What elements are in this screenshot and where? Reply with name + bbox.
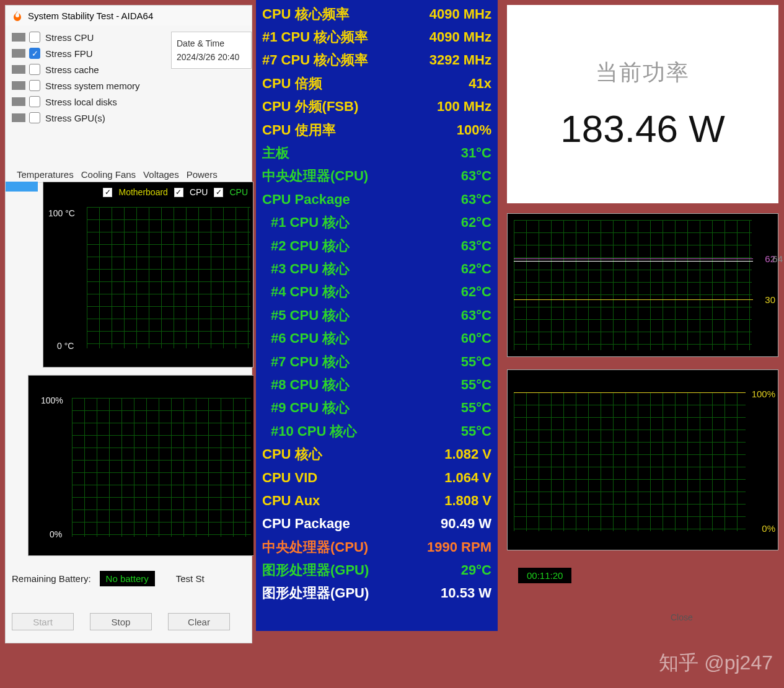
close-button[interactable]: Close bbox=[671, 612, 693, 622]
osd-value: 55°C bbox=[461, 423, 491, 439]
osd-label: #1 CPU 核心 bbox=[262, 213, 350, 232]
osd-label: 主板 bbox=[262, 144, 289, 162]
osd-row-0: CPU 核心频率4090 MHz bbox=[262, 2, 491, 25]
start-button[interactable]: Start bbox=[12, 613, 74, 630]
osd-row-3: CPU 倍频41x bbox=[262, 72, 491, 95]
osd-panel: CPU 核心频率4090 MHz#1 CPU 核心频率4090 MHz#7 CP… bbox=[253, 0, 500, 631]
osd-row-17: #9 CPU 核心55°C bbox=[262, 397, 491, 420]
stress-option-4[interactable]: Stress local disks bbox=[12, 96, 248, 107]
osd-row-8: CPU Package63°C bbox=[262, 188, 491, 211]
device-icon bbox=[12, 33, 25, 42]
osd-value: 41x bbox=[469, 76, 491, 92]
osd-row-22: CPU Package90.49 W bbox=[262, 513, 491, 536]
osd-value: 55°C bbox=[461, 354, 491, 370]
graph3-val1b: 64 bbox=[772, 254, 783, 264]
power-title: 当前功率 bbox=[596, 58, 690, 88]
checkbox-icon[interactable] bbox=[29, 80, 40, 91]
osd-row-16: #8 CPU 核心55°C bbox=[262, 373, 491, 396]
osd-row-4: CPU 外频(FSB)100 MHz bbox=[262, 95, 491, 118]
osd-row-14: #6 CPU 核心60°C bbox=[262, 327, 491, 350]
osd-value: 1.082 V bbox=[444, 446, 491, 462]
osd-value: 100% bbox=[457, 122, 491, 138]
osd-value: 62°C bbox=[461, 261, 491, 277]
clear-button[interactable]: Clear bbox=[168, 613, 230, 630]
checkbox-icon[interactable] bbox=[29, 32, 40, 43]
osd-label: #4 CPU 核心 bbox=[262, 283, 350, 301]
osd-row-9: #1 CPU 核心62°C bbox=[262, 211, 491, 234]
aida64-window: System Stability Test - AIDA64 Stress CP… bbox=[5, 5, 252, 643]
osd-row-18: #10 CPU 核心55°C bbox=[262, 420, 491, 443]
osd-row-10: #2 CPU 核心63°C bbox=[262, 234, 491, 257]
osd-value: 60°C bbox=[461, 330, 491, 346]
osd-label: CPU VID bbox=[262, 470, 317, 486]
remaining-battery-label: Remaining Battery: bbox=[12, 573, 91, 584]
osd-label: #5 CPU 核心 bbox=[262, 306, 350, 325]
device-icon bbox=[12, 49, 25, 58]
stress-option-5[interactable]: Stress GPU(s) bbox=[12, 112, 248, 123]
test-status-label: Test St bbox=[176, 573, 205, 584]
elapsed-timer: 00:11:20 bbox=[518, 568, 571, 583]
osd-value: 55°C bbox=[461, 400, 491, 416]
checkbox-icon[interactable] bbox=[29, 96, 40, 107]
osd-label: 图形处理器(GPU) bbox=[262, 584, 369, 602]
stop-button[interactable]: Stop bbox=[90, 613, 152, 630]
osd-row-24: 图形处理器(GPU)29°C bbox=[262, 558, 491, 581]
button-row: Start Stop Clear bbox=[12, 613, 230, 630]
tab-powers[interactable]: Powers bbox=[187, 169, 218, 180]
osd-label: #7 CPU 核心频率 bbox=[262, 51, 368, 69]
stress-label: Stress cache bbox=[45, 64, 99, 75]
osd-value: 4090 MHz bbox=[429, 6, 491, 22]
usage-graph: 100% 0% bbox=[28, 375, 254, 556]
y-axis-top: 100 °C bbox=[48, 208, 75, 218]
osd-label: CPU 外频(FSB) bbox=[262, 97, 358, 116]
stress-label: Stress local disks bbox=[45, 97, 117, 107]
device-icon bbox=[12, 81, 25, 90]
tab-temperatures[interactable]: Temperatures bbox=[17, 169, 74, 180]
osd-value: 62°C bbox=[461, 284, 491, 300]
osd-label: #6 CPU 核心 bbox=[262, 329, 350, 348]
selection-indicator bbox=[6, 182, 38, 192]
stress-option-3[interactable]: Stress system memory bbox=[12, 80, 248, 91]
osd-label: 中央处理器(CPU) bbox=[262, 538, 368, 557]
datetime-value: 2024/3/26 20:40 bbox=[177, 52, 246, 62]
osd-value: 4090 MHz bbox=[429, 29, 491, 45]
y-axis-bot: 0 °C bbox=[57, 341, 74, 351]
checkbox-icon[interactable]: ✓ bbox=[29, 48, 40, 59]
osd-row-12: #4 CPU 核心62°C bbox=[262, 281, 491, 304]
y-axis-top: 100% bbox=[752, 389, 775, 399]
osd-value: 63°C bbox=[461, 238, 491, 254]
osd-value: 29°C bbox=[461, 562, 491, 578]
titlebar: System Stability Test - AIDA64 bbox=[6, 6, 252, 25]
osd-value: 1.064 V bbox=[444, 470, 491, 486]
osd-value: 3292 MHz bbox=[429, 52, 491, 68]
tab-cooling-fans[interactable]: Cooling Fans bbox=[81, 169, 136, 180]
stress-label: Stress GPU(s) bbox=[45, 113, 105, 123]
osd-value: 1990 RPM bbox=[427, 539, 491, 555]
osd-value: 90.49 W bbox=[441, 516, 491, 532]
device-icon bbox=[12, 65, 25, 74]
tab-voltages[interactable]: Voltages bbox=[143, 169, 179, 180]
right-temp-graph: 62 64 30 bbox=[507, 213, 778, 357]
power-meter: 当前功率 183.46 W bbox=[507, 5, 778, 203]
graph3-val2: 30 bbox=[765, 294, 775, 305]
osd-label: CPU Aux bbox=[262, 493, 320, 509]
osd-value: 63°C bbox=[461, 168, 491, 184]
checkbox-icon[interactable] bbox=[29, 64, 40, 75]
osd-row-15: #7 CPU 核心55°C bbox=[262, 350, 491, 373]
status-bar: Remaining Battery: No battery Test St bbox=[12, 571, 252, 586]
osd-label: #8 CPU 核心 bbox=[262, 376, 350, 394]
power-value: 183.46 W bbox=[560, 107, 725, 151]
osd-label: #3 CPU 核心 bbox=[262, 260, 350, 278]
osd-label: CPU 核心频率 bbox=[262, 5, 350, 24]
osd-value: 63°C bbox=[461, 192, 491, 208]
osd-row-7: 中央处理器(CPU)63°C bbox=[262, 165, 491, 188]
checkbox-icon[interactable] bbox=[29, 112, 40, 123]
flame-icon bbox=[12, 10, 23, 21]
osd-row-25: 图形处理器(GPU)10.53 W bbox=[262, 582, 491, 605]
osd-row-2: #7 CPU 核心频率3292 MHz bbox=[262, 49, 491, 72]
osd-value: 62°C bbox=[461, 214, 491, 231]
y-axis-bot: 0% bbox=[50, 529, 62, 539]
osd-row-5: CPU 使用率100% bbox=[262, 118, 491, 141]
osd-value: 10.53 W bbox=[441, 585, 491, 601]
right-usage-graph: 100% 0% bbox=[507, 369, 778, 550]
